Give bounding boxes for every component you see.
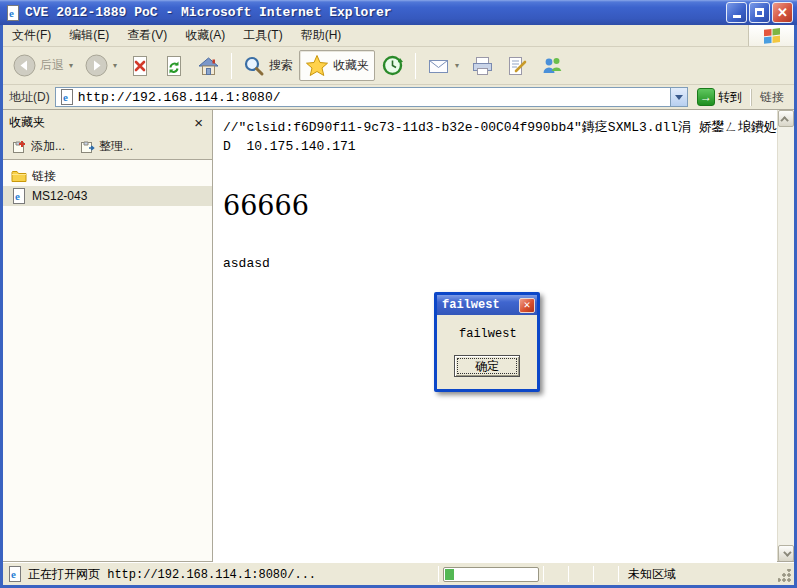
- back-button[interactable]: 后退 ▾: [7, 50, 79, 81]
- ie-page-icon: e: [11, 188, 27, 204]
- status-main-pane: e 正在打开网页 http://192.168.114.1:8080/...: [7, 566, 437, 583]
- forward-icon: [85, 54, 108, 77]
- favorites-item-label: MS12-043: [32, 189, 87, 203]
- mail-button[interactable]: ▾: [421, 51, 465, 81]
- stop-icon: [129, 55, 151, 77]
- dialog-body: failwest 确定: [437, 315, 537, 389]
- chevron-down-icon: [783, 548, 791, 556]
- titlebar: e CVE 2012-1889 PoC - Microsoft Internet…: [0, 0, 797, 25]
- ie-document-icon: e: [5, 5, 21, 21]
- favorites-item-links[interactable]: 链接: [3, 166, 212, 186]
- windows-flag-icon: [762, 26, 782, 46]
- messenger-icon: [540, 55, 564, 77]
- minimize-icon: [733, 15, 741, 18]
- status-pane: [545, 566, 567, 582]
- address-url[interactable]: http://192.168.114.1:8080/: [78, 90, 670, 105]
- address-dropdown-button[interactable]: [670, 88, 687, 106]
- page-heading: 66666: [223, 190, 767, 221]
- favorites-title: 收藏夹: [9, 114, 191, 131]
- home-button[interactable]: [191, 51, 226, 81]
- favorites-star-icon: [305, 54, 329, 77]
- maximize-icon: [755, 8, 764, 17]
- svg-text:e: e: [11, 568, 16, 580]
- status-pane: [595, 566, 617, 582]
- go-label: 转到: [718, 89, 742, 106]
- close-button[interactable]: ✕: [772, 2, 793, 23]
- vertical-scrollbar[interactable]: [777, 110, 794, 562]
- print-icon: [471, 55, 494, 77]
- chevron-up-icon: [780, 116, 788, 124]
- menu-favorites[interactable]: 收藏(A): [176, 27, 234, 44]
- add-favorite-label: 添加...: [31, 138, 65, 155]
- dialog-titlebar: failwest ✕: [437, 295, 537, 315]
- maximize-button[interactable]: [749, 2, 770, 23]
- go-button[interactable]: → 转到: [693, 88, 746, 106]
- svg-text:e: e: [9, 7, 14, 19]
- organize-favorites-button[interactable]: 整理...: [79, 138, 133, 155]
- menu-file[interactable]: 文件(F): [3, 27, 60, 44]
- dialog-ok-button[interactable]: 确定: [454, 355, 520, 377]
- menu-tools[interactable]: 工具(T): [234, 27, 291, 44]
- favorites-header: 收藏夹 ×: [3, 110, 212, 134]
- sidebar-close-button[interactable]: ×: [191, 114, 206, 131]
- add-favorite-button[interactable]: 添加...: [11, 138, 65, 155]
- dialog-message: failwest: [459, 327, 517, 341]
- favorites-sidebar: 收藏夹 × 添加...: [3, 110, 213, 562]
- favorites-item-ms12-043[interactable]: e MS12-043: [3, 186, 212, 206]
- close-icon: ✕: [777, 6, 788, 19]
- page-text-clsid: //"clsid:f6D90f11-9c73-11d3-b32e-00C04f9…: [223, 118, 777, 156]
- address-bar: 地址(D) e http://192.168.114.1:8080/ → 转到 …: [3, 85, 794, 110]
- menu-help[interactable]: 帮助(H): [292, 27, 351, 44]
- organize-favorites-icon: [79, 139, 95, 155]
- scroll-up-button[interactable]: [778, 110, 794, 127]
- svg-text:e: e: [63, 91, 68, 103]
- favorites-button[interactable]: 收藏夹: [299, 50, 375, 81]
- dialog-close-button[interactable]: ✕: [519, 298, 535, 313]
- toolbar-separator: [231, 53, 232, 79]
- progress-bar: [443, 567, 539, 582]
- home-icon: [197, 55, 220, 77]
- stop-button[interactable]: [123, 51, 157, 81]
- refresh-button[interactable]: [157, 51, 191, 81]
- windows-logo-panel: [748, 25, 794, 46]
- scroll-down-button[interactable]: [778, 545, 794, 562]
- history-button[interactable]: [375, 50, 410, 81]
- add-favorite-icon: [11, 139, 27, 155]
- edit-button[interactable]: [500, 51, 534, 81]
- progress-chunk: [445, 569, 454, 580]
- menu-items: 文件(F) 编辑(E) 查看(V) 收藏(A) 工具(T) 帮助(H): [3, 25, 748, 46]
- status-bar: e 正在打开网页 http://192.168.114.1:8080/... 未…: [3, 562, 794, 585]
- dialog-title: failwest: [442, 298, 519, 312]
- forward-button[interactable]: ▾: [79, 50, 123, 81]
- window-title: CVE 2012-1889 PoC - Microsoft Internet E…: [25, 5, 724, 20]
- favorites-item-label: 链接: [32, 168, 56, 185]
- failwest-dialog: failwest ✕ failwest 确定: [434, 292, 540, 392]
- status-separator: [438, 566, 439, 582]
- page-content: //"clsid:f6D90f11-9c73-11d3-b32e-00C04f9…: [213, 110, 777, 562]
- status-text: 正在打开网页 http://192.168.114.1:8080/...: [28, 566, 316, 583]
- menu-view[interactable]: 查看(V): [118, 27, 176, 44]
- address-input[interactable]: e http://192.168.114.1:8080/: [55, 87, 688, 107]
- print-button[interactable]: [465, 51, 500, 81]
- mail-icon: [427, 55, 450, 77]
- security-zone-pane: 未知区域: [620, 566, 778, 583]
- page-text-asdasd: asdasd: [223, 256, 767, 271]
- minimize-button[interactable]: [726, 2, 747, 23]
- chevron-down-icon: [675, 95, 683, 100]
- svg-text:e: e: [15, 190, 20, 202]
- forward-dropdown-icon[interactable]: ▾: [113, 61, 117, 70]
- edit-icon: [506, 55, 528, 77]
- favorites-label: 收藏夹: [333, 57, 369, 74]
- menu-edit[interactable]: 编辑(E): [60, 27, 118, 44]
- messenger-button[interactable]: [534, 51, 570, 81]
- back-label: 后退: [40, 57, 64, 74]
- mail-dropdown-icon[interactable]: ▾: [455, 61, 459, 70]
- resize-grip[interactable]: [778, 569, 792, 583]
- links-bar-label[interactable]: 链接: [751, 89, 792, 106]
- go-arrow-icon: →: [697, 88, 715, 106]
- menubar: 文件(F) 编辑(E) 查看(V) 收藏(A) 工具(T) 帮助(H): [3, 25, 794, 47]
- favorites-list: 链接 e MS12-043: [3, 160, 212, 562]
- search-button[interactable]: 搜索: [237, 51, 299, 81]
- back-dropdown-icon[interactable]: ▾: [69, 61, 73, 70]
- search-icon: [243, 55, 265, 77]
